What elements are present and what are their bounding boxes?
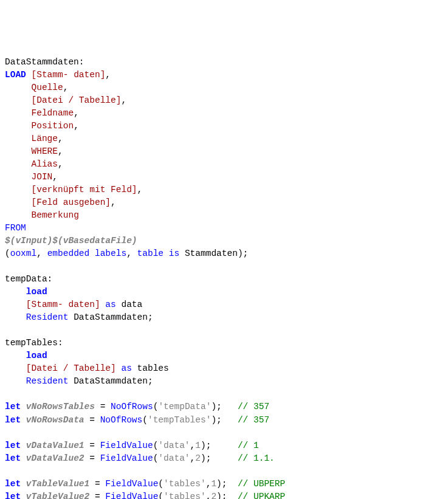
open-paren: ( xyxy=(158,479,164,489)
comment-ubperp: // UBPERP xyxy=(238,479,285,489)
comma: , xyxy=(111,198,116,207)
close-paren-semi: ); xyxy=(211,402,221,411)
as-keyword: as xyxy=(121,363,131,373)
field-stammdaten: [Stamm- daten] xyxy=(32,70,106,80)
semicolon: ; xyxy=(148,312,153,322)
as-keyword: as xyxy=(105,300,115,309)
fieldvalue-func: FieldValue xyxy=(100,453,153,463)
table-label-1: DataStammdaten: xyxy=(5,57,84,67)
arg-tables: 'tables' xyxy=(164,492,206,499)
comma: , xyxy=(58,159,63,169)
ooxml: ooxml xyxy=(10,249,37,258)
close-paren-semi: ); xyxy=(216,479,227,489)
comma: , xyxy=(58,146,63,156)
let-keyword: let xyxy=(5,492,21,499)
comment-upkarp: // UPKARP xyxy=(238,492,285,499)
field-alias: Alias xyxy=(32,159,58,169)
field-ausgeben: [Feld ausgeben] xyxy=(32,198,111,207)
load-keyword: LOAD xyxy=(5,70,26,80)
close-paren-semi: ); xyxy=(201,453,211,463)
equals: = xyxy=(89,479,105,489)
field-bemerkung: Bemerkung xyxy=(32,210,79,220)
field-position: Position xyxy=(32,121,74,131)
resident-table: DataStammdaten xyxy=(74,312,148,322)
comma: , xyxy=(58,134,63,143)
temptables-alias: tables xyxy=(137,363,169,373)
comment-357b: // 357 xyxy=(238,415,269,425)
equals: = xyxy=(89,492,105,499)
let-keyword: let xyxy=(5,441,21,450)
var-vtablevalue1: vTableValue1 xyxy=(26,479,89,489)
field-laenge: Länge xyxy=(32,134,58,143)
var-vdatavalue2: vDataValue2 xyxy=(26,453,84,463)
field-verknuepft: [verknüpft mit Feld] xyxy=(32,185,137,194)
close-paren-semi: ); xyxy=(201,441,211,450)
arg-tempdata: 'tempData' xyxy=(158,402,211,411)
close-paren-semi: ); xyxy=(238,249,248,258)
num-1: 1 xyxy=(195,441,201,450)
num-2: 2 xyxy=(195,453,201,463)
noofrows-func: NoOfRows xyxy=(100,415,143,425)
let-keyword: let xyxy=(5,453,21,463)
var-vnorowsdata: vNoRowsData xyxy=(26,415,84,425)
open-paren: ( xyxy=(158,492,164,499)
equals: = xyxy=(84,453,100,463)
tempdata-field: [Stamm- daten] xyxy=(26,300,100,309)
field-datei-tabelle: [Datei / Tabelle] xyxy=(32,95,122,105)
resident-keyword: Resident xyxy=(26,312,69,322)
comma: , xyxy=(36,249,47,258)
equals: = xyxy=(84,415,100,425)
table-is: table is xyxy=(137,249,180,258)
comma: , xyxy=(137,185,143,194)
let-keyword: let xyxy=(5,479,21,489)
comma: , xyxy=(74,121,79,131)
comma: , xyxy=(105,70,111,80)
field-feldname: Feldname xyxy=(32,108,74,118)
comma: , xyxy=(190,441,196,450)
comma: , xyxy=(74,108,79,118)
var-vnorowstables: vNoRowsTables xyxy=(26,402,95,411)
open-paren: ( xyxy=(5,249,10,258)
load-keyword-2: load xyxy=(26,287,47,297)
resident-keyword: Resident xyxy=(26,376,69,386)
embedded-labels: embedded labels xyxy=(47,249,127,258)
source-expression: $(vInput)$(vBasedataFile) xyxy=(5,236,137,246)
from-keyword: FROM xyxy=(5,223,26,233)
arg-data: 'data' xyxy=(158,453,190,463)
var-vdatavalue1: vDataValue1 xyxy=(26,441,84,450)
comment-357a: // 357 xyxy=(238,402,269,411)
field-quelle: Quelle xyxy=(32,83,63,92)
close-paren-semi: ); xyxy=(216,492,227,499)
field-where: WHERE xyxy=(32,146,58,156)
let-keyword: let xyxy=(5,402,21,411)
arg-temptables: 'tempTables' xyxy=(148,415,211,425)
open-paren: ( xyxy=(142,415,148,425)
fieldvalue-func: FieldValue xyxy=(105,479,158,489)
comma: , xyxy=(52,172,58,182)
semicolon: ; xyxy=(148,376,153,386)
table-name-stammdaten: Stammdaten xyxy=(185,249,238,258)
comma: , xyxy=(190,453,196,463)
fieldvalue-func: FieldValue xyxy=(105,492,158,499)
load-keyword-3: load xyxy=(26,351,47,360)
close-paren-semi: ); xyxy=(211,415,221,425)
comma: , xyxy=(121,95,126,105)
noofrows-func: NoOfRows xyxy=(111,402,153,411)
equals: = xyxy=(95,402,111,411)
let-keyword: let xyxy=(5,415,21,425)
temptables-field: [Datei / Tabelle] xyxy=(26,363,116,373)
arg-data: 'data' xyxy=(158,441,190,450)
field-join: JOIN xyxy=(32,172,53,182)
var-vtablevalue2: vTableValue2 xyxy=(26,492,89,499)
comma: , xyxy=(126,249,137,258)
fieldvalue-func: FieldValue xyxy=(100,441,153,450)
temptables-label: tempTables: xyxy=(5,338,63,348)
num-1: 1 xyxy=(211,479,216,489)
resident-table: DataStammdaten xyxy=(74,376,148,386)
comment-1: // 1 xyxy=(238,441,259,450)
tempdata-label: tempData: xyxy=(5,274,52,284)
comment-1-1: // 1.1. xyxy=(238,453,275,463)
comma: , xyxy=(63,83,69,92)
tempdata-alias: data xyxy=(121,300,142,309)
arg-tables: 'tables' xyxy=(164,479,206,489)
